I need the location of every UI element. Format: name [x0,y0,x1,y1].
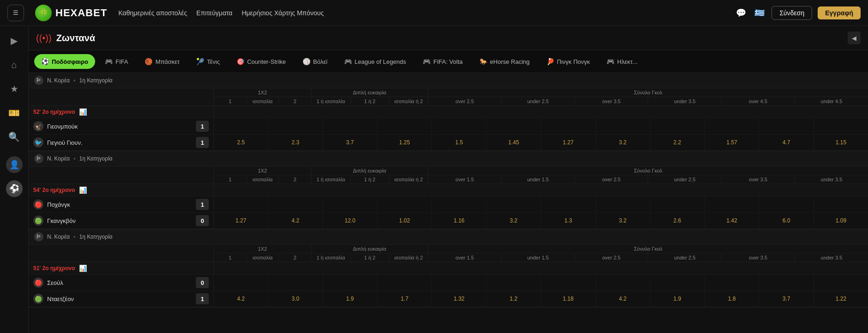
odd-2-9[interactable]: 1.8 [704,291,759,307]
odd-empty-0-8 [650,118,704,134]
stats-icon-0[interactable]: 📊 [79,108,87,116]
stats-icon-2[interactable]: 📊 [79,265,87,272]
odd-2-7[interactable]: 4.2 [595,291,650,307]
basketball-icon: 🏀 [145,58,152,65]
odd-0-7[interactable]: 3.2 [595,135,650,150]
odd-2-8[interactable]: 1.9 [650,291,704,307]
time-row-2: 51' 2ο ημίχρονο 📊 [29,262,868,275]
sidebar-item-bets[interactable]: 🎫 [3,102,25,124]
odd-1-11[interactable]: 1.09 [813,213,868,228]
odd-0-9[interactable]: 1.57 [704,135,759,150]
sidebar-item-profile1[interactable]: 👤 [3,154,25,176]
odd-0-5[interactable]: 1.45 [486,135,540,150]
odd-2-2[interactable]: 1.9 [322,291,377,307]
odd-0-0[interactable]: 2.5 [214,135,268,150]
stats-icon-1[interactable]: 📊 [79,186,87,194]
odd-2-4[interactable]: 1.32 [431,291,486,307]
league-name-0: Ν. Κορέα [47,77,70,84]
team-icon-1-0: 🔴 [33,199,43,210]
fifa-icon: 🎮 [105,58,113,65]
tab-cs[interactable]: 🎯 Counter-Strike [230,54,293,69]
odd-0-11[interactable]: 1.15 [813,135,868,150]
tab-football[interactable]: ⚽ Ποδόσφαιρο [34,54,95,69]
tab-esports[interactable]: 🎮 Ηλεκτ... [600,54,644,69]
odd-1-6[interactable]: 1.3 [540,213,595,228]
signin-button[interactable]: Σύνδεση [771,6,812,20]
odd-empty-2-11 [813,275,868,290]
team-row-0-0: 🦅 Γιεονμπούκ 1 [29,118,868,135]
odd-2-1[interactable]: 3.0 [268,291,322,307]
odd-1-5[interactable]: 3.2 [486,213,540,228]
tab-basketball[interactable]: 🏀 Μπάσκετ [138,54,187,69]
odd-0-3[interactable]: 1.25 [377,135,431,150]
col-headers-0: 1X21ισοπαλία2Διπλή ευκαιρία1 ή ισοπαλία1… [29,88,868,106]
match-time-2: 51' 2ο ημίχρονο [33,265,75,271]
tab-ehorse[interactable]: 🐎 eHorse Racing [473,54,537,69]
hamburger-menu[interactable]: ☰ [7,5,24,21]
odd-2-0[interactable]: 4.2 [214,291,268,307]
sidebar-item-favorites[interactable]: ★ [3,78,25,100]
col-g1-2-1: ισοπαλία [246,253,279,262]
nav-achievements[interactable]: Επιτεύγματα [196,9,232,17]
logo-text: HEXABET [55,7,107,19]
team-row-0-1: 🐦 Γιεγιού Γιουν. 1 2.52.33.71.251.51.451… [29,135,868,151]
odd-1-8[interactable]: 2.6 [650,213,704,228]
odd-empty-2-8 [650,275,704,290]
sidebar-item-live[interactable]: ▶ [3,30,25,52]
odd-empty-2-7 [595,275,650,290]
nav-daily[interactable]: Καθημερινές αποστολές [118,9,187,17]
team-icon-2-1: 🟢 [33,294,43,304]
col-header-right-1: 1X21ισοπαλία2Διπλή ευκαιρία1 ή ισοπαλία1… [213,166,868,184]
odd-empty-2-4 [431,275,486,290]
odd-empty-2-0 [214,275,268,290]
nav-bonusmap[interactable]: Ημερήσιος Χάρτης Μπόνους [242,9,324,17]
odd-0-4[interactable]: 1.5 [431,135,486,150]
lol-icon: 🎮 [344,58,352,65]
tab-lol[interactable]: 🎮 League of Legends [337,54,413,69]
odd-empty-2-1 [268,275,322,290]
odd-2-3[interactable]: 1.7 [377,291,431,307]
sidebar-item-profile2[interactable]: ⚽ [3,178,25,200]
tab-tennis[interactable]: 🎾 Τένις [189,54,227,69]
odd-empty-0-11 [813,118,868,134]
odd-1-1[interactable]: 4.2 [268,213,322,228]
odd-1-2[interactable]: 12.0 [322,213,377,228]
tab-cs-label: Counter-Strike [247,58,286,65]
odd-0-6[interactable]: 1.27 [540,135,595,150]
tab-pingpong[interactable]: 🏓 Πινγκ Πονγκ [540,54,597,69]
col-g1-1-0: 1 [214,175,246,184]
team-score-0-1: 1 [196,137,209,148]
sidebar-item-home[interactable]: ⌂ [3,54,25,76]
odd-1-7[interactable]: 3.2 [595,213,650,228]
odd-0-2[interactable]: 3.7 [322,135,377,150]
tab-fifa-volta[interactable]: 🎮 FIFA: Volta [416,54,470,69]
odd-2-10[interactable]: 3.7 [759,291,813,307]
main-content: ((•)) Ζωντανά ◀ ⚽ Ποδόσφαιρο 🎮 FIFA 🏀 Μπ… [29,26,868,333]
collapse-button[interactable]: ◀ [848,31,861,44]
odd-empty-1-0 [214,197,268,212]
language-icon[interactable]: 🇬🇷 [753,6,766,19]
odd-1-3[interactable]: 1.02 [377,213,431,228]
league-flag-0: 🏳 [34,76,43,85]
odd-1-4[interactable]: 1.16 [431,213,486,228]
odd-empty-0-10 [759,118,813,134]
odd-1-10[interactable]: 6.0 [759,213,813,228]
team-icon-2-0: 🔴 [33,278,43,288]
sidebar-item-search[interactable]: 🔍 [3,126,25,148]
odd-0-10[interactable]: 4.7 [759,135,813,150]
odd-2-6[interactable]: 1.18 [540,291,595,307]
search-icon[interactable]: 💬 [734,6,747,19]
odd-2-11[interactable]: 1.22 [813,291,868,307]
odd-1-0[interactable]: 1.27 [214,213,268,228]
register-button[interactable]: Εγγραφή [818,6,861,19]
tab-fifa[interactable]: 🎮 FIFA [98,54,135,69]
odd-2-5[interactable]: 1.2 [486,291,540,307]
col-g1-0-1: ισοπαλία [246,97,279,105]
odd-0-1[interactable]: 2.3 [268,135,322,150]
match-section-2: 🏳 Ν. Κορέα • 1η Κατηγορία 1X21ισοπαλία2Δ… [29,229,868,308]
odd-1-9[interactable]: 1.42 [704,213,759,228]
odd-0-8[interactable]: 2.2 [650,135,704,150]
odd-empty-0-9 [704,118,759,134]
tab-volleyball[interactable]: 🏐 Βόλεϊ [296,54,334,69]
esports-icon: 🎮 [607,58,614,65]
